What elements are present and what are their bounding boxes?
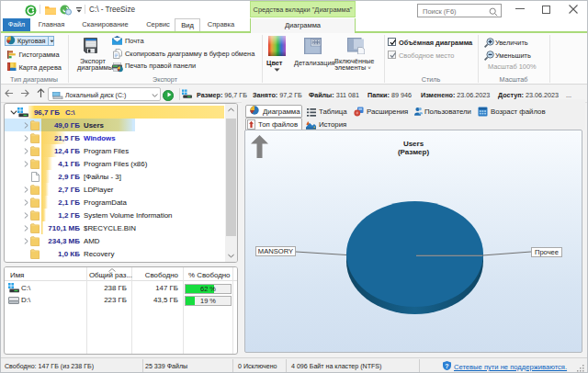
svg-text:?: ? xyxy=(445,363,448,369)
